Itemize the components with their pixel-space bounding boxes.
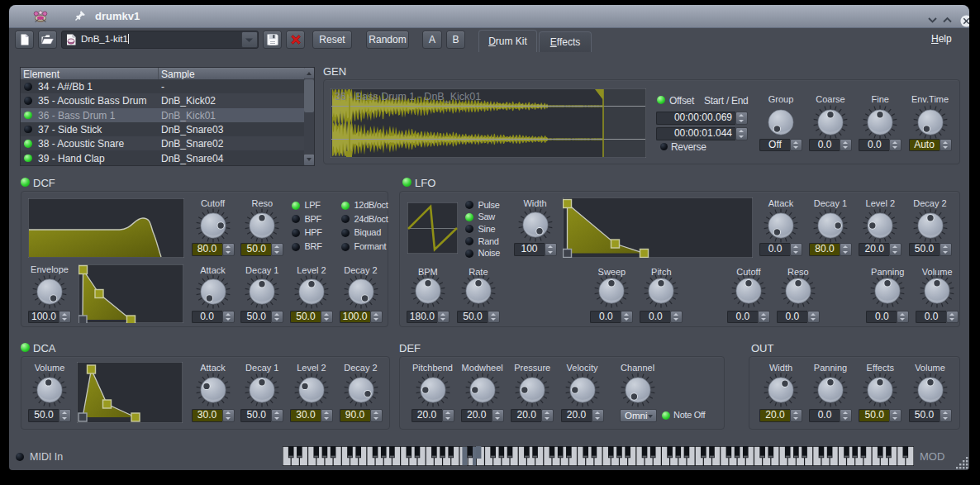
svg-text:36 - Bass Drum 1 - DnB_Kick01: 36 - Bass Drum 1 - DnB_Kick01 <box>335 91 481 102</box>
